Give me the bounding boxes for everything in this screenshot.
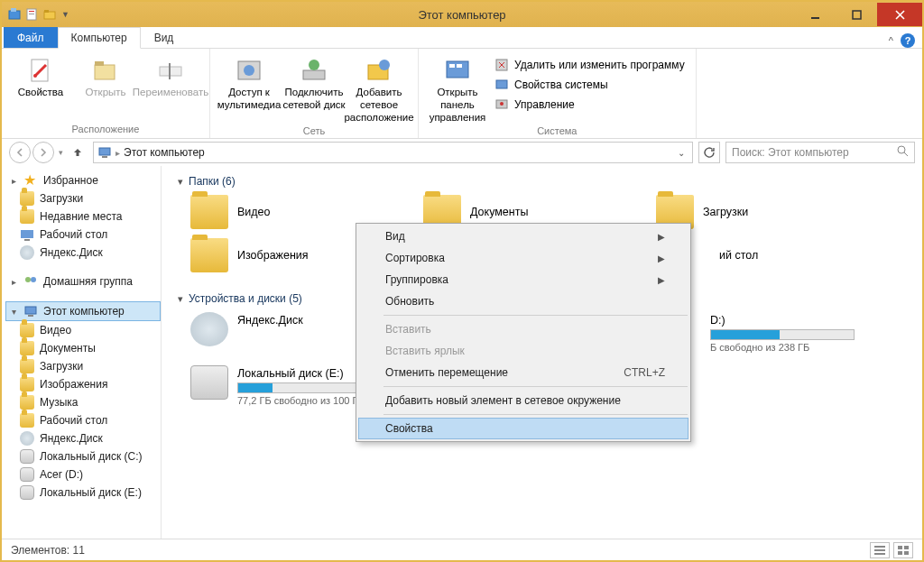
properties-icon: [26, 56, 55, 85]
svg-rect-28: [99, 148, 110, 155]
open-button[interactable]: Открыть: [74, 52, 137, 99]
svg-rect-43: [904, 551, 909, 555]
sidebar-item-downloads2[interactable]: Загрузки: [5, 357, 161, 375]
ribbon-tabs: Файл Компьютер Вид ^ ?: [2, 27, 922, 49]
cm-refresh[interactable]: Обновить: [358, 290, 688, 312]
sidebar-item-yandex2[interactable]: Яндекс.Диск: [5, 429, 161, 447]
sidebar-item-desktop2[interactable]: Рабочий стол: [5, 411, 161, 429]
chevron-down-icon: ▾: [178, 293, 183, 305]
chevron-down-icon: ▾: [178, 176, 183, 188]
cm-properties[interactable]: Свойства: [358, 418, 688, 439]
rename-button[interactable]: Переименовать: [139, 52, 202, 99]
cm-sort[interactable]: Сортировка▶: [358, 247, 688, 269]
map-drive-icon: [300, 56, 328, 85]
add-network-location-button[interactable]: Добавить сетевое расположение: [347, 52, 411, 124]
help-icon[interactable]: ?: [901, 33, 915, 48]
status-item-count: Элементов: 11: [11, 544, 85, 557]
ribbon: Свойства Открыть Переименовать Расположе…: [2, 49, 922, 139]
folders-section-header[interactable]: ▾Папки (6): [178, 175, 906, 188]
sidebar-item-documents[interactable]: Документы: [5, 339, 161, 357]
properties-button[interactable]: Свойства: [9, 52, 72, 99]
drive-icon: [20, 467, 34, 482]
nav-up-button[interactable]: [68, 143, 88, 162]
chevron-right-icon: ▸: [9, 176, 18, 186]
tab-view[interactable]: Вид: [141, 27, 188, 48]
map-drive-button[interactable]: Подключить сетевой диск: [282, 52, 346, 112]
submenu-arrow-icon: ▶: [658, 253, 665, 263]
qat-dropdown-icon[interactable]: ▼: [61, 10, 69, 19]
svg-rect-6: [44, 10, 49, 13]
address-dropdown-icon[interactable]: ⌄: [674, 148, 688, 158]
svg-rect-42: [898, 551, 902, 555]
sidebar-favorites[interactable]: ▸★Избранное: [5, 171, 161, 189]
manage-icon: [494, 97, 509, 112]
sidebar-item-video[interactable]: Видео: [5, 321, 161, 339]
tab-computer[interactable]: Компьютер: [58, 27, 141, 49]
svg-rect-1: [11, 8, 16, 12]
refresh-button[interactable]: [698, 142, 720, 163]
nav-forward-button[interactable]: [32, 142, 54, 163]
svg-rect-38: [874, 549, 885, 551]
properties-qat-icon[interactable]: [25, 7, 40, 22]
cm-undo-move[interactable]: Отменить перемещениеCTRL+Z: [358, 362, 688, 383]
control-panel-button[interactable]: Открыть панель управления: [426, 52, 489, 124]
drive-d-cut[interactable]: D:) Б свободно из 238 ГБ: [696, 312, 922, 353]
nav-history-dropdown[interactable]: ▾: [56, 148, 66, 157]
sidebar-item-music[interactable]: Музыка: [5, 393, 161, 411]
sidebar-item-pictures[interactable]: Изображения: [5, 375, 161, 393]
collapse-ribbon-icon[interactable]: ^: [889, 36, 893, 46]
svg-point-10: [33, 74, 37, 78]
close-button[interactable]: [877, 3, 922, 26]
search-input[interactable]: Поиск: Этот компьютер: [725, 142, 915, 163]
svg-rect-36: [28, 315, 33, 317]
chevron-down-icon: ▾: [9, 307, 18, 317]
new-folder-qat-icon[interactable]: [43, 7, 58, 22]
homegroup-icon: [23, 274, 38, 289]
ribbon-group-system: Открыть панель управления Удалить или из…: [419, 49, 697, 138]
sidebar-item-drive-e[interactable]: Локальный диск (E:): [5, 484, 161, 502]
cloud-drive-icon: [190, 312, 228, 346]
media-access-button[interactable]: Доступ к мультимедиа: [217, 52, 281, 112]
uninstall-icon: [494, 58, 509, 72]
minimize-button[interactable]: [794, 3, 836, 26]
svg-rect-25: [496, 80, 507, 88]
sidebar-item-desktop[interactable]: Рабочий стол: [5, 226, 161, 244]
titlebar: ▼ Этот компьютер: [2, 2, 922, 27]
cm-add-network[interactable]: Добавить новый элемент в сетевое окружен…: [358, 390, 688, 411]
context-menu: Вид▶ Сортировка▶ Группировка▶ Обновить В…: [356, 223, 691, 442]
system-properties-button[interactable]: Свойства системы: [491, 76, 688, 94]
details-view-button[interactable]: [870, 542, 890, 558]
sidebar-item-yandex[interactable]: Яндекс.Диск: [5, 244, 161, 262]
svg-rect-37: [874, 546, 885, 548]
address-bar[interactable]: ▸ Этот компьютер ⌄: [93, 142, 693, 163]
cm-view[interactable]: Вид▶: [358, 226, 688, 247]
folder-icon: [20, 413, 34, 428]
cm-group[interactable]: Группировка▶: [358, 269, 688, 290]
svg-point-27: [500, 102, 504, 106]
window-controls: [794, 3, 922, 26]
sidebar-homegroup[interactable]: ▸Домашняя группа: [5, 272, 161, 290]
breadcrumb[interactable]: Этот компьютер: [124, 146, 205, 159]
sidebar-item-drive-c[interactable]: Локальный диск (C:): [5, 447, 161, 465]
svg-rect-0: [9, 11, 20, 19]
cm-paste-shortcut: Вставить ярлык: [358, 340, 688, 362]
uninstall-programs-button[interactable]: Удалить или изменить программу: [491, 56, 688, 74]
maximize-button[interactable]: [836, 3, 877, 26]
quick-access-toolbar: ▼: [7, 7, 69, 22]
nav-back-button[interactable]: [9, 142, 31, 163]
svg-rect-8: [853, 11, 861, 19]
search-icon: [897, 145, 909, 160]
drive-icon: [20, 485, 34, 500]
folder-icon: [20, 395, 34, 410]
sidebar-this-pc[interactable]: ▾Этот компьютер: [5, 301, 161, 321]
tab-file[interactable]: Файл: [4, 27, 58, 48]
navigation-pane: ▸★Избранное Загрузки Недавние места Рабо…: [2, 166, 162, 539]
manage-button[interactable]: Управление: [491, 96, 688, 114]
svg-rect-40: [898, 546, 902, 549]
icons-view-button[interactable]: [893, 542, 913, 558]
folder-icon: [20, 359, 34, 373]
sidebar-item-downloads[interactable]: Загрузки: [5, 189, 161, 207]
sidebar-item-recent[interactable]: Недавние места: [5, 207, 161, 226]
svg-rect-29: [102, 156, 107, 158]
sidebar-item-drive-d[interactable]: Acer (D:): [5, 465, 161, 484]
